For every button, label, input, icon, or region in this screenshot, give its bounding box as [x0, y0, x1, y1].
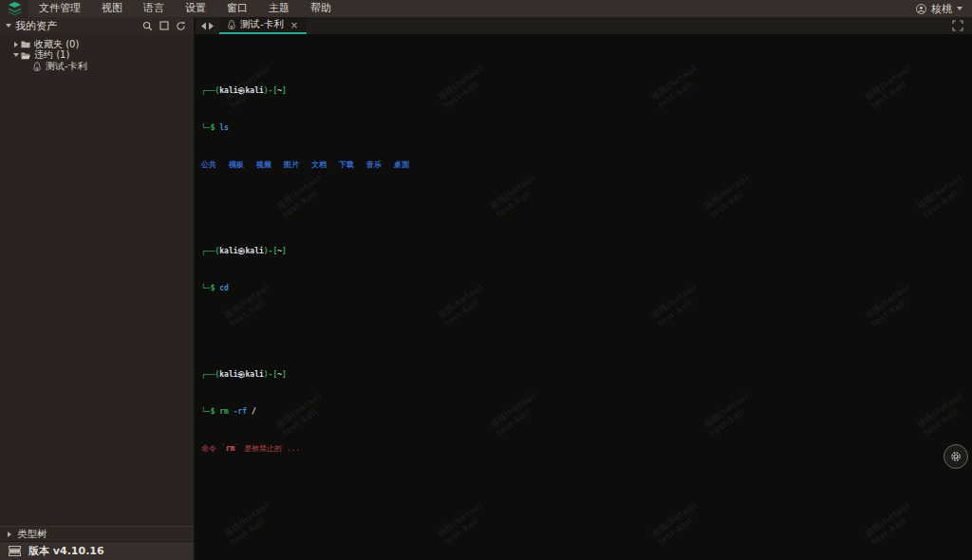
tab-close-icon[interactable]: × — [290, 20, 298, 30]
watermark-text: 核桃(hetao)test-kali — [650, 64, 705, 111]
gear-icon — [949, 450, 963, 463]
watermark-text: 核桃(hetao)test-kali — [437, 500, 492, 548]
tab-label: 测试-卡利 — [240, 18, 284, 31]
error-message: 命令 `rm` 是被禁止的 ... — [201, 442, 421, 455]
watermark-text: 核桃(hetao)test-kali — [864, 500, 919, 548]
watermark-text: 核桃(hetao)test-kali — [489, 173, 544, 220]
linux-penguin-icon — [33, 62, 41, 71]
prompt-line: ┌──(kali㉿kali)-[~] — [201, 84, 421, 97]
watermark-text: 核桃(hetao)test-kali — [489, 391, 544, 439]
tree-node-group[interactable]: 违约 (1) — [0, 50, 194, 62]
version-bar: 版本 v4.10.16 — [0, 541, 194, 560]
watermark-text: 核桃(hetao)test-kali — [437, 64, 492, 111]
version-icon — [9, 546, 21, 556]
tree-node-label: 测试-卡利 — [46, 60, 87, 73]
expand-arrow-icon — [8, 532, 11, 537]
tab-scroll-left-icon[interactable] — [200, 22, 207, 30]
type-tree-section[interactable]: 类型树 — [0, 526, 194, 541]
watermark-text: 核桃(hetao)test-kali — [864, 64, 919, 111]
asset-tree: 收藏夹 (0) 违约 (1) 测试-卡利 — [0, 34, 194, 526]
watermark-text: 核桃(hetao)test-kali — [650, 500, 705, 548]
collapse-arrow-icon — [13, 53, 19, 57]
menu-view[interactable]: 视图 — [91, 0, 133, 17]
terminal-output: ┌──(kali㉿kali)-[~] └─$ls 公共模板视频图片文档下载音乐桌… — [201, 47, 421, 560]
watermark-text: 核桃(hetao)test-kali — [916, 391, 971, 439]
refresh-icon[interactable] — [176, 21, 186, 31]
layers-logo-icon — [8, 2, 22, 15]
tree-node-favorites[interactable]: 收藏夹 (0) — [0, 39, 194, 50]
command-line-ls: └─$ls — [201, 121, 421, 134]
menu-theme[interactable]: 主题 — [258, 0, 300, 17]
command-line-cd: └─$cd — [201, 282, 421, 294]
user-menu[interactable]: 核桃 — [907, 0, 972, 17]
prompt-line: ┌──(kali㉿kali)-[~] — [201, 245, 421, 257]
watermark-text: 核桃(hetao)test-kali — [702, 391, 757, 439]
prompt-line: ┌──(kali㉿kali)-[~] — [201, 368, 421, 381]
folder-icon — [21, 40, 30, 48]
watermark-text: 核桃(hetao)test-kali — [864, 282, 919, 329]
terminal-pane[interactable]: 核桃(hetao)test-kali核桃(hetao)test-kali核桃(h… — [196, 34, 972, 560]
app-logo — [0, 0, 28, 17]
menu-bar: 文件管理 视图 语言 设置 窗口 主题 帮助 核桃 — [0, 0, 972, 17]
linux-penguin-icon — [228, 20, 235, 29]
chevron-down-icon — [957, 7, 963, 10]
user-avatar-icon — [916, 4, 926, 14]
ls-output: 公共模板视频图片文档下载音乐桌面 — [201, 159, 421, 171]
menu-help[interactable]: 帮助 — [300, 0, 342, 17]
command-line-rm: └─$rm-rf/ — [201, 405, 421, 418]
open-folder-icon — [21, 51, 30, 60]
expand-arrow-icon — [14, 42, 18, 47]
watermark-text: 核桃(hetao)test-kali — [650, 282, 705, 329]
menu-settings[interactable]: 设置 — [175, 0, 216, 17]
version-text: 版本 v4.10.16 — [28, 544, 104, 558]
assets-panel-title: 我的资产 — [15, 19, 142, 33]
type-tree-label: 类型树 — [17, 528, 47, 541]
sidebar: 我的资产 收藏夹 (0) — [0, 17, 195, 560]
search-icon[interactable] — [142, 21, 153, 31]
watermark-text: 核桃(hetao)test-kali — [702, 173, 757, 220]
menu-file-management[interactable]: 文件管理 — [28, 0, 91, 17]
quick-settings-button[interactable] — [944, 444, 968, 469]
watermark-text: 核桃(hetao)test-kali — [437, 282, 492, 329]
tab-scroll-right-icon[interactable] — [208, 22, 215, 30]
menu-window[interactable]: 窗口 — [216, 0, 258, 17]
tree-node-session-kali[interactable]: 测试-卡利 — [0, 61, 194, 72]
watermark-text: 核桃(hetao)test-kali — [916, 173, 971, 220]
select-box-icon[interactable] — [159, 21, 169, 30]
tab-bar: 测试-卡利 × — [196, 17, 972, 34]
tab-session-kali[interactable]: 测试-卡利 × — [219, 17, 307, 34]
assets-panel-header[interactable]: 我的资产 — [0, 17, 194, 34]
fullscreen-button[interactable] — [944, 20, 972, 31]
user-name: 核桃 — [931, 2, 952, 16]
menu-language[interactable]: 语言 — [133, 0, 175, 17]
collapse-arrow-icon — [6, 24, 11, 28]
fullscreen-expand-icon — [952, 20, 963, 31]
